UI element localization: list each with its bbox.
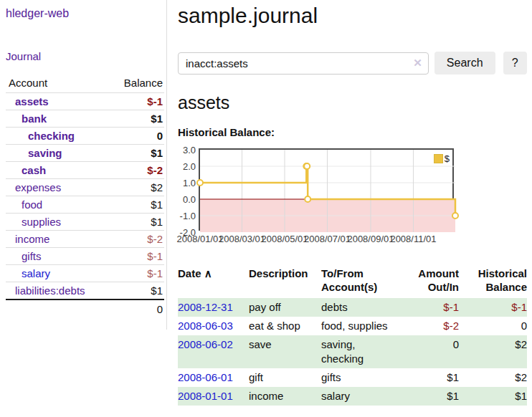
accounts-header-account: Account [6, 74, 108, 93]
account-balance: $1 [108, 282, 164, 300]
txn-description: save [249, 335, 321, 368]
series-swatch-icon [434, 154, 443, 163]
search-input[interactable] [178, 52, 429, 75]
register-row: 2008-06-03eat & shopfood, supplies$-20 [178, 317, 527, 335]
register-row: 2008-06-01giftgifts$1$2 [178, 368, 527, 387]
page-title: sample.journal [178, 4, 527, 28]
register-row: 2008-06-02savesaving, checking0$2 [178, 335, 527, 368]
search-button[interactable]: Search [434, 52, 495, 75]
account-balance: $1 [108, 214, 164, 231]
account-link[interactable]: supplies [6, 216, 61, 228]
account-link[interactable]: bank [6, 112, 47, 125]
x-tick-label: 2008/09/01 [347, 234, 394, 244]
account-row: salary$-1 [6, 265, 164, 282]
search-wrap: ✕ [178, 52, 429, 75]
txn-date-link[interactable]: 2008-06-01 [178, 371, 233, 383]
account-balance: $-2 [108, 162, 164, 179]
data-point [305, 196, 310, 202]
txn-accounts: salary [321, 387, 402, 406]
txn-amount: 0 [402, 335, 459, 368]
chart-canvas [200, 150, 455, 232]
account-link[interactable]: saving [6, 147, 62, 159]
y-tick-label: 2.0 [174, 161, 196, 172]
account-row: food$1 [6, 196, 164, 214]
txn-amount: $-2 [402, 317, 459, 335]
sidebar-nav: Journal [6, 50, 164, 63]
chart-title: Historical Balance: [178, 126, 527, 138]
series-label: $ [445, 153, 450, 164]
register-row: 2008-01-01incomesalary$1$1 [178, 387, 527, 406]
account-link[interactable]: checking [6, 130, 75, 142]
y-tick-label: 0.0 [174, 194, 196, 205]
brand-link[interactable]: hledger-web [6, 7, 69, 20]
txn-balance: $-1 [459, 298, 527, 317]
account-link[interactable]: cash [6, 164, 46, 176]
x-tick-label: 2008/07/01 [304, 234, 351, 244]
accounts-tbody: assets$-1bank$1checking0saving$1cash$-2e… [6, 93, 164, 300]
txn-description: eat & shop [249, 317, 321, 335]
account-balance: $1 [108, 145, 164, 162]
txn-date-link[interactable]: 2008-06-03 [178, 320, 233, 332]
register-table: Date ∧ Description To/From Account(s) Am… [178, 265, 527, 406]
txn-amount: $-1 [402, 298, 459, 317]
search-row: ✕ Search ? [178, 52, 527, 75]
txn-description: gift [249, 368, 321, 387]
clear-search-icon[interactable]: ✕ [413, 57, 422, 70]
sort-ascending-icon: ∧ [204, 267, 212, 279]
balance-chart: $ 3.02.01.00.0-1.0-2.02008/01/012008/03/… [178, 148, 527, 249]
accounts-total-value: 0 [6, 299, 164, 318]
account-row: checking0 [6, 128, 164, 145]
account-link[interactable]: salary [6, 267, 50, 279]
data-point [197, 180, 203, 186]
account-row: supplies$1 [6, 214, 164, 231]
y-tick-label: 3.0 [174, 145, 196, 155]
account-link[interactable]: assets [6, 95, 49, 107]
account-row: cash$-2 [6, 162, 164, 179]
txn-date-link[interactable]: 2008-01-01 [178, 390, 233, 402]
x-tick-label: 2008/01/01 [176, 234, 223, 244]
txn-amount: $1 [402, 387, 459, 406]
account-balance: $-2 [108, 231, 164, 248]
account-balance: $1 [108, 110, 164, 128]
x-tick-label: 2008/03/01 [219, 234, 265, 244]
help-button[interactable]: ? [503, 52, 527, 75]
account-heading: assets [178, 92, 527, 113]
txn-balance: $2 [459, 368, 527, 387]
account-link[interactable]: liabilities:debts [6, 284, 85, 297]
data-point [304, 163, 310, 169]
txn-date-link[interactable]: 2008-06-02 [178, 338, 233, 350]
account-row: income$-2 [6, 231, 164, 248]
account-balance: 0 [108, 128, 164, 145]
account-link[interactable]: expenses [6, 181, 61, 193]
account-row: liabilities:debts$1 [6, 282, 164, 300]
chart-legend: $ [434, 153, 450, 164]
account-row: saving$1 [6, 145, 164, 162]
account-balance: $-1 [108, 265, 164, 282]
txn-date-link[interactable]: 2008-12-31 [178, 301, 233, 313]
account-row: gifts$-1 [6, 248, 164, 265]
register-header-amount: Amount Out/In [402, 265, 459, 298]
register-header-balance: Historical Balance [459, 265, 527, 298]
account-balance: $1 [108, 196, 164, 214]
register-header-row: Date ∧ Description To/From Account(s) Am… [178, 265, 527, 298]
data-point [452, 213, 458, 219]
register-row: 2008-12-31pay offdebts$-1$-1 [178, 298, 527, 317]
account-link[interactable]: gifts [6, 250, 42, 262]
txn-description: income [249, 387, 321, 406]
date-header-label: Date [178, 267, 201, 279]
txn-balance: $2 [459, 335, 527, 368]
sidebar: hledger-web Journal Account Balance asse… [0, 0, 167, 330]
register-header-accounts: To/From Account(s) [321, 265, 402, 298]
account-link[interactable]: food [6, 198, 42, 211]
account-row: assets$-1 [6, 93, 164, 110]
txn-accounts: debts [321, 298, 402, 317]
account-link[interactable]: income [6, 233, 49, 245]
txn-accounts: food, supplies [321, 317, 402, 335]
register-header-description: Description [249, 265, 321, 298]
y-tick-label: -1.0 [174, 211, 196, 221]
register-tbody: 2008-12-31pay offdebts$-1$-12008-06-03ea… [178, 298, 527, 406]
txn-balance: $1 [459, 387, 527, 406]
sidebar-item-journal[interactable]: Journal [6, 50, 41, 62]
accounts-header-balance: Balance [108, 74, 164, 93]
register-header-date[interactable]: Date ∧ [178, 265, 249, 298]
